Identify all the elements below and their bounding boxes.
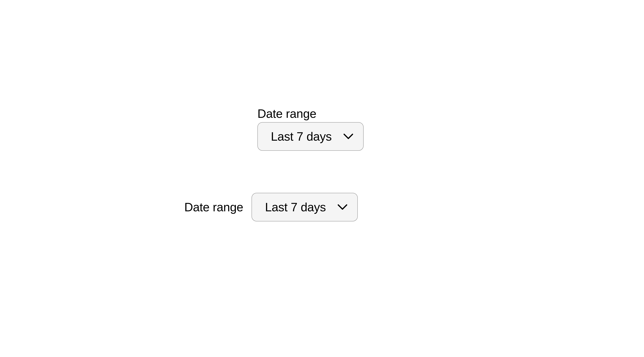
date-range-label: Date range	[258, 107, 364, 121]
date-range-select[interactable]: Last 7 days	[252, 193, 358, 221]
date-range-selected-value: Last 7 days	[271, 130, 332, 143]
chevron-down-icon	[338, 204, 347, 210]
chevron-down-icon	[344, 134, 353, 139]
date-range-select[interactable]: Last 7 days	[258, 122, 364, 151]
date-range-label: Date range	[184, 200, 243, 214]
date-range-field-stacked: Date range Last 7 days	[258, 107, 364, 151]
date-range-field-inline: Date range Last 7 days	[184, 193, 358, 221]
date-range-selected-value: Last 7 days	[265, 200, 326, 214]
